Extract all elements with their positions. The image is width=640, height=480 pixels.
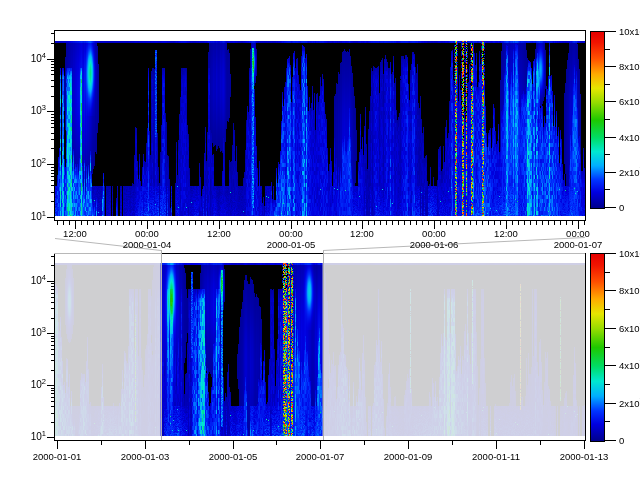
y-axis-label-base: 10	[31, 105, 42, 116]
y-minor-tick	[51, 354, 55, 355]
y-minor-tick	[51, 86, 55, 87]
colorbar-tick-label: 8x107	[619, 285, 640, 297]
colorbar-tick-label-base: 2x10	[619, 167, 640, 178]
x-tick-time-label: 00:00	[271, 228, 311, 239]
x-minor-tick	[380, 221, 381, 225]
x-minor-tick	[153, 221, 154, 225]
x-major-tick	[496, 441, 497, 449]
y-minor-tick	[51, 422, 55, 423]
x-minor-tick	[189, 221, 190, 225]
x-minor-tick	[362, 221, 363, 225]
colorbar-minor-tick	[604, 421, 610, 422]
colorbar-tick-label: 6x107	[619, 323, 640, 335]
colorbar-major-tick	[604, 403, 616, 404]
y-minor-tick	[51, 148, 55, 149]
y-minor-tick	[51, 123, 55, 124]
x-minor-tick	[344, 221, 345, 225]
x-minor-tick	[81, 221, 82, 225]
colorbar-tick-label-base: 4x10	[619, 132, 640, 143]
x-tick-date-label: 2000-01-13	[549, 451, 619, 462]
greyed-frame-segment-right	[323, 253, 585, 254]
y-axis-label-exp: 1	[42, 209, 46, 218]
y-major-tick	[47, 437, 55, 438]
x-minor-tick	[171, 221, 172, 225]
y-minor-tick	[51, 318, 55, 319]
x-major-tick	[320, 441, 321, 449]
y-axis-label: 102	[16, 158, 46, 171]
colorbar-major-tick	[604, 440, 616, 441]
colorbar-minor-tick	[604, 84, 610, 85]
x-tick-date-label: 2000-01-03	[110, 451, 180, 462]
y-axis-label-exp: 2	[42, 377, 46, 386]
colorbar-tick-label-base: 8x10	[619, 285, 640, 296]
y-minor-tick	[51, 360, 55, 361]
colorbar-tick-label-base: 8x10	[619, 61, 640, 72]
x-minor-tick	[416, 221, 417, 225]
x-minor-tick	[267, 221, 268, 225]
y-minor-tick	[51, 390, 55, 391]
colorbar-tick-label-base: 6x10	[619, 96, 640, 107]
y-axis-label: 101	[16, 211, 46, 224]
x-major-tick	[145, 441, 146, 449]
y-minor-tick	[51, 70, 55, 71]
y-minor-tick	[51, 192, 55, 193]
x-minor-tick	[237, 221, 238, 225]
y-minor-tick	[51, 80, 55, 81]
colorbar-major-tick	[604, 328, 616, 329]
context-spectrogram-canvas[interactable]	[55, 254, 585, 440]
x-minor-tick	[500, 221, 501, 225]
y-minor-tick	[51, 283, 55, 284]
colorbar-tick-label: 10x107	[619, 26, 640, 38]
y-axis-label-exp: 1	[42, 429, 46, 438]
colorbar-tick-label: 8x107	[619, 61, 640, 73]
y-axis-label-base: 10	[31, 431, 42, 442]
x-minor-tick	[512, 221, 513, 225]
colorbar-major-tick	[604, 66, 616, 67]
colorbar-major-tick	[604, 253, 616, 254]
x-minor-tick	[135, 221, 136, 225]
y-major-tick	[47, 164, 55, 165]
selection-left-edge[interactable]	[161, 250, 162, 440]
x-minor-tick	[326, 221, 327, 225]
y-minor-tick	[51, 64, 55, 65]
y-minor-tick	[51, 127, 55, 128]
x-minor-tick	[356, 221, 357, 225]
y-minor-tick	[51, 167, 55, 168]
detail-spectrogram-canvas[interactable]	[55, 31, 585, 220]
x-minor-tick	[410, 221, 411, 225]
y-minor-tick	[51, 33, 55, 34]
colorbar-minor-tick	[604, 189, 610, 190]
x-minor-tick	[464, 221, 465, 225]
x-minor-tick	[111, 221, 112, 225]
x-minor-tick	[273, 221, 274, 225]
context-spectrogram-panel	[54, 253, 586, 441]
y-minor-tick	[51, 393, 55, 394]
x-minor-tick	[69, 221, 70, 225]
colorbar-minor-tick	[604, 154, 610, 155]
x-tick-date-label: 2000-01-06	[399, 239, 469, 250]
y-axis-label: 103	[16, 327, 46, 340]
y-minor-tick	[51, 201, 55, 202]
x-tick-date-label: 2000-01-05	[256, 239, 326, 250]
x-minor-tick	[470, 221, 471, 225]
x-tick-time-label: 12:00	[199, 228, 239, 239]
x-minor-tick	[201, 221, 202, 225]
selection-right-edge[interactable]	[323, 250, 324, 440]
x-minor-tick	[566, 221, 567, 225]
x-tick-time-label: 00:00	[127, 228, 167, 239]
x-minor-tick	[518, 221, 519, 225]
x-minor-tick	[57, 221, 58, 225]
x-minor-tick	[195, 221, 196, 225]
x-major-tick	[233, 441, 234, 449]
y-minor-tick	[51, 114, 55, 115]
colorbar-tick-label-base: 4x10	[619, 360, 640, 371]
x-minor-tick	[404, 221, 405, 225]
x-minor-tick	[458, 221, 459, 225]
x-minor-tick	[297, 221, 298, 225]
colorbar-tick-label: 4x107	[619, 360, 640, 372]
y-minor-tick	[51, 43, 55, 44]
colorbar-major-tick	[604, 365, 616, 366]
x-minor-tick	[276, 441, 277, 445]
y-axis-label-exp: 4	[42, 51, 46, 60]
x-minor-tick	[279, 221, 280, 225]
